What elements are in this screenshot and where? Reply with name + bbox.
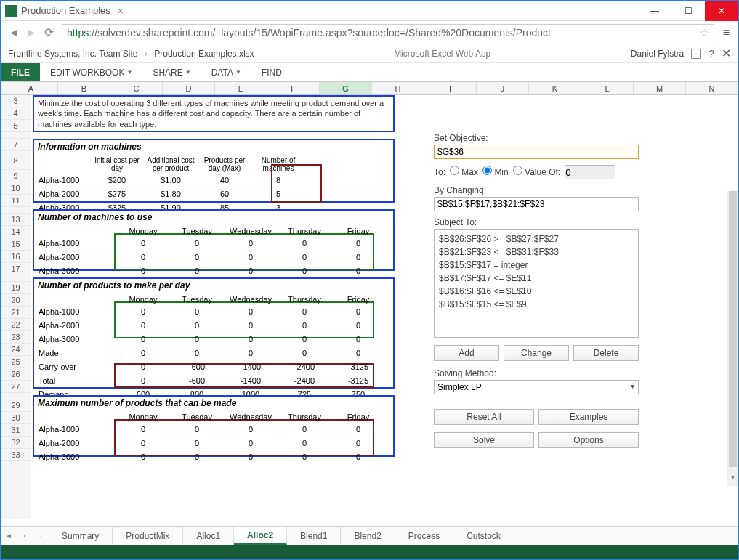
- col-header-B[interactable]: B: [58, 82, 110, 94]
- crumb-file[interactable]: Production Examples.xlsx: [154, 49, 254, 59]
- examples-button[interactable]: Examples: [538, 409, 639, 425]
- grid-cell[interactable]: 0: [117, 360, 169, 373]
- grid-cell[interactable]: 0: [225, 251, 277, 263]
- sheet-tab-blend2[interactable]: Blend2: [341, 527, 395, 545]
- col-header-D[interactable]: D: [163, 82, 215, 94]
- grid-cell[interactable]: 0: [225, 237, 277, 249]
- share-menu[interactable]: SHARE▼: [142, 63, 201, 81]
- row-header-11[interactable]: 11: [1, 195, 31, 207]
- close-button[interactable]: ✕: [705, 1, 738, 21]
- valueof-input[interactable]: [565, 165, 615, 179]
- add-button[interactable]: Add: [434, 345, 499, 361]
- row-header-10[interactable]: 10: [1, 182, 31, 195]
- grid-cell[interactable]: 0: [117, 305, 169, 317]
- grid-cell[interactable]: 0: [332, 437, 384, 449]
- grid-cell[interactable]: 0: [117, 374, 169, 386]
- grid-cell[interactable]: -2400: [278, 374, 331, 386]
- browser-tab-title[interactable]: Production Examples: [21, 5, 110, 16]
- reload-button[interactable]: ⟳: [40, 24, 57, 41]
- tab-close-icon[interactable]: ×: [118, 5, 124, 17]
- grid-cell[interactable]: 0: [171, 450, 223, 463]
- info-cell[interactable]: $1.00: [145, 174, 197, 186]
- row-header-24[interactable]: 24: [1, 344, 31, 356]
- grid-cell[interactable]: 0: [225, 319, 277, 331]
- sheet-tab-cutstock[interactable]: Cutstock: [453, 527, 514, 545]
- address-bar[interactable]: https://solverdev.sharepoint.com/_layout…: [62, 24, 714, 41]
- tab-scroll-first-icon[interactable]: ◄: [1, 532, 17, 540]
- grid-cell[interactable]: 0: [225, 305, 277, 317]
- grid-cell[interactable]: 0: [225, 264, 277, 277]
- row-header-22[interactable]: 22: [1, 319, 31, 331]
- row-header-9[interactable]: 9: [1, 170, 31, 182]
- row-header-30[interactable]: 30: [1, 412, 31, 424]
- row-header-21[interactable]: 21: [1, 307, 31, 319]
- opt-max[interactable]: Max: [450, 166, 478, 177]
- edit-workbook-menu[interactable]: EDIT WORKBOOK▼: [40, 63, 142, 81]
- grid-cell[interactable]: 0: [332, 423, 384, 435]
- set-objective-input[interactable]: [434, 145, 639, 159]
- col-header-A[interactable]: A: [4, 82, 58, 94]
- col-header-I[interactable]: I: [424, 82, 477, 94]
- vertical-scrollbar[interactable]: ▲ ▼: [727, 190, 738, 486]
- row-header-31[interactable]: 31: [1, 424, 31, 437]
- info-cell[interactable]: $200: [91, 174, 143, 186]
- row-header-27[interactable]: 27: [1, 381, 31, 393]
- row-header-14[interactable]: 14: [1, 226, 31, 238]
- sheet-tab-blend1[interactable]: Blend1: [287, 527, 341, 545]
- grid-cell[interactable]: 0: [117, 264, 169, 277]
- grid-cell[interactable]: 0: [171, 333, 223, 345]
- grid-cell[interactable]: 0: [278, 423, 331, 435]
- col-header-E[interactable]: E: [215, 82, 267, 94]
- grid-cell[interactable]: 0: [117, 346, 169, 359]
- col-header-H[interactable]: H: [372, 82, 424, 94]
- row-header-8[interactable]: 8: [1, 151, 31, 170]
- minimize-button[interactable]: —: [638, 1, 671, 21]
- grid-cell[interactable]: -1400: [225, 374, 277, 386]
- grid-cell[interactable]: 0: [278, 237, 331, 249]
- by-changing-input[interactable]: [434, 197, 639, 211]
- row-header-4[interactable]: 4: [1, 107, 31, 120]
- row-header-20[interactable]: 20: [1, 294, 31, 307]
- grid-cell[interactable]: -600: [171, 374, 223, 386]
- grid-cell[interactable]: 0: [225, 437, 277, 449]
- row-header-3[interactable]: 3: [1, 95, 31, 107]
- grid-cell[interactable]: 0: [278, 346, 331, 359]
- row-header-33[interactable]: 33: [1, 449, 31, 461]
- change-button[interactable]: Change: [504, 345, 569, 361]
- grid-cell[interactable]: 0: [332, 346, 384, 359]
- info-cell[interactable]: 40: [198, 174, 251, 186]
- grid-cell[interactable]: 0: [278, 450, 331, 463]
- row-header-7[interactable]: 7: [1, 139, 31, 151]
- grid-cell[interactable]: -1400: [225, 360, 277, 373]
- grid-cell[interactable]: 0: [332, 319, 384, 331]
- grid-cell[interactable]: 0: [171, 319, 223, 331]
- col-header-C[interactable]: C: [110, 82, 163, 94]
- grid-cell[interactable]: -600: [171, 360, 223, 373]
- forward-button[interactable]: ►: [23, 24, 40, 41]
- chrome-menu-icon[interactable]: ≡: [723, 26, 730, 39]
- file-tab[interactable]: FILE: [1, 63, 40, 81]
- grid-cell[interactable]: 0: [332, 237, 384, 249]
- grid-cell[interactable]: 0: [171, 346, 223, 359]
- grid-cell[interactable]: 0: [278, 437, 331, 449]
- grid-cell[interactable]: 0: [278, 264, 331, 277]
- grid-cell[interactable]: -3125: [332, 374, 384, 386]
- col-header-N[interactable]: N: [686, 82, 738, 94]
- back-button[interactable]: ◄: [5, 24, 23, 41]
- app-close-icon[interactable]: ✕: [722, 46, 731, 60]
- grid-cell[interactable]: 0: [117, 333, 169, 345]
- row-header-25[interactable]: 25: [1, 356, 31, 368]
- grid-cell[interactable]: 0: [171, 305, 223, 317]
- grid-cell[interactable]: -2400: [278, 360, 331, 373]
- opt-valueof[interactable]: Value Of:: [513, 166, 560, 177]
- info-cell[interactable]: $275: [91, 187, 143, 200]
- info-cell[interactable]: $1.80: [145, 187, 197, 200]
- sheet-tab-summary[interactable]: Summary: [49, 527, 113, 545]
- col-header-J[interactable]: J: [477, 82, 529, 94]
- constraint-item[interactable]: $B$17:$F$17 <= $E$11: [439, 272, 634, 285]
- row-header-13[interactable]: 13: [1, 214, 31, 226]
- scroll-thumb[interactable]: [729, 191, 737, 467]
- data-menu[interactable]: DATA▼: [201, 63, 251, 81]
- row-header-26[interactable]: 26: [1, 368, 31, 381]
- grid-cell[interactable]: 0: [117, 450, 169, 463]
